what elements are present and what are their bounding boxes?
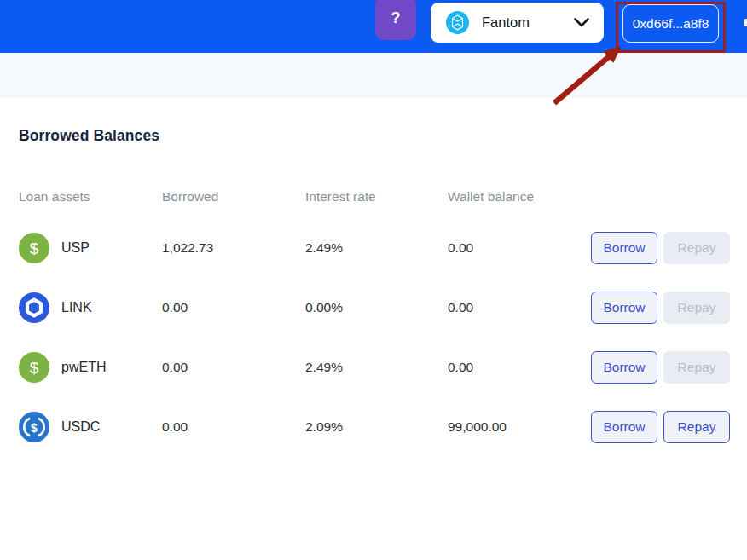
network-selector-dropdown[interactable]: Fantom <box>431 3 604 43</box>
help-button[interactable]: ? <box>375 0 416 40</box>
wallet-balance-value: 0.00 <box>448 360 591 375</box>
asset-name: USP <box>61 240 90 256</box>
usp-token-icon: $ <box>19 233 49 263</box>
borrowed-value: 0.00 <box>162 360 305 375</box>
chevron-down-icon <box>574 18 589 27</box>
svg-text:$: $ <box>30 359 39 377</box>
wallet-address-button[interactable]: 0xd66f...a8f8 <box>622 4 719 43</box>
interest-rate-value: 2.49% <box>305 360 448 375</box>
svg-text:$: $ <box>30 240 39 257</box>
column-header-borrowed: Borrowed <box>162 189 305 205</box>
table-body: $ USP 1,022.73 2.49% 0.00 Borrow Repay L… <box>0 218 747 457</box>
column-header-loan-assets: Loan assets <box>19 189 162 205</box>
chainlink-token-icon <box>19 292 49 323</box>
repay-button-usdc[interactable]: Repay <box>663 411 730 443</box>
fantom-icon <box>446 11 469 34</box>
wallet-balance-value: 99,000.00 <box>448 419 591 435</box>
asset-name: pwETH <box>61 360 106 375</box>
borrow-button-usp[interactable]: Borrow <box>591 232 657 264</box>
sub-header-band <box>0 53 747 97</box>
borrow-button-link[interactable]: Borrow <box>591 292 657 324</box>
selected-network-label: Fantom <box>482 14 530 31</box>
svg-text:$: $ <box>31 421 38 435</box>
wallet-balance-value: 0.00 <box>448 300 591 315</box>
table-row-usp: $ USP 1,022.73 2.49% 0.00 Borrow Repay <box>0 218 747 278</box>
asset-name: LINK <box>61 300 92 315</box>
repay-button-pweth[interactable]: Repay <box>663 351 730 384</box>
wallet-balance-value: 0.00 <box>448 240 591 256</box>
top-navigation-bar: ? Fantom 0xd66f...a8f8 <box>0 0 747 53</box>
usdc-token-icon: $ <box>19 412 49 442</box>
borrowed-value: 0.00 <box>162 419 305 435</box>
table-row-pweth: $ pwETH 0.00 2.49% 0.00 Borrow Repay <box>0 338 747 397</box>
column-header-wallet-balance: Wallet balance <box>448 189 591 205</box>
borrowed-value: 0.00 <box>162 300 305 315</box>
cropped-edge-element <box>744 19 747 26</box>
table-row-usdc: $ USDC 0.00 2.09% 99,000.00 Borrow Repay <box>0 397 747 457</box>
borrowed-value: 1,022.73 <box>162 240 305 256</box>
borrow-button-usdc[interactable]: Borrow <box>591 411 657 443</box>
page-title: Borrowed Balances <box>19 127 747 145</box>
interest-rate-value: 0.00% <box>305 300 448 315</box>
asset-name: USDC <box>61 419 100 435</box>
table-header-row: Loan assets Borrowed Interest rate Walle… <box>0 189 747 205</box>
table-row-link: LINK 0.00 0.00% 0.00 Borrow Repay <box>0 278 747 338</box>
column-header-interest-rate: Interest rate <box>305 189 448 205</box>
repay-button-link[interactable]: Repay <box>663 292 730 324</box>
borrowed-balances-section: Borrowed Balances Loan assets Borrowed I… <box>0 96 747 457</box>
repay-button-usp[interactable]: Repay <box>663 232 730 264</box>
interest-rate-value: 2.49% <box>305 240 448 256</box>
interest-rate-value: 2.09% <box>305 419 448 435</box>
borrow-button-pweth[interactable]: Borrow <box>591 351 657 384</box>
pweth-token-icon: $ <box>19 352 49 383</box>
